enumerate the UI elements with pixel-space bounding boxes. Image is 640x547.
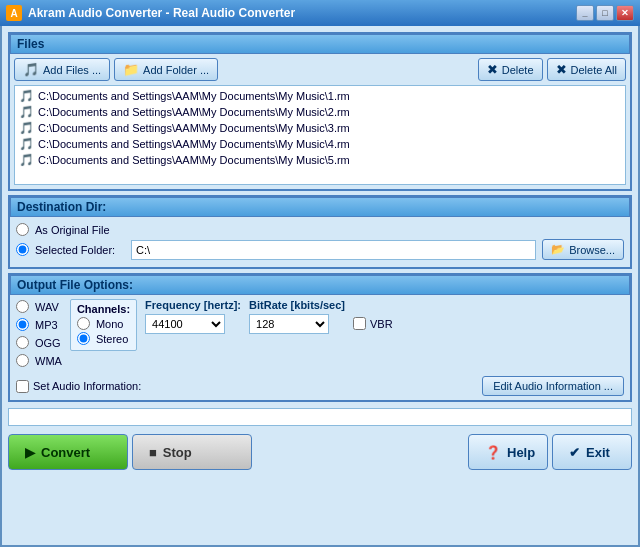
list-item: 🎵C:\Documents and Settings\AAM\My Docume… <box>17 88 623 104</box>
files-section-header: Files <box>10 34 630 54</box>
bottom-bar: ▶ Convert ■ Stop ❓ Help ✔ Exit <box>8 432 632 472</box>
format-mp3-row: MP3 <box>16 318 62 331</box>
file-icon: 🎵 <box>19 105 34 119</box>
stop-label: Stop <box>163 445 192 460</box>
bottom-right-buttons: ❓ Help ✔ Exit <box>468 434 632 470</box>
stop-icon: ■ <box>149 445 157 460</box>
format-mp3-label: MP3 <box>35 319 58 331</box>
format-wav-row: WAV <box>16 300 62 313</box>
bitrate-select[interactable]: 128 64 96 192 256 320 <box>249 314 329 334</box>
format-wma-label: WMA <box>35 355 62 367</box>
format-wav-label: WAV <box>35 301 59 313</box>
selected-folder-label: Selected Folder: <box>35 244 125 256</box>
format-wma-row: WMA <box>16 354 62 367</box>
browse-label: Browse... <box>569 244 615 256</box>
file-path: C:\Documents and Settings\AAM\My Documen… <box>38 122 350 134</box>
vbr-checkbox[interactable] <box>353 317 366 330</box>
title-bar: A Akram Audio Converter - Real Audio Con… <box>0 0 640 26</box>
minimize-button[interactable]: _ <box>576 5 594 21</box>
window-title: Akram Audio Converter - Real Audio Conve… <box>28 6 576 20</box>
file-path: C:\Documents and Settings\AAM\My Documen… <box>38 90 350 102</box>
maximize-button[interactable]: □ <box>596 5 614 21</box>
add-folder-button[interactable]: 📁 Add Folder ... <box>114 58 218 81</box>
bitrate-label: BitRate [kbits/sec] <box>249 299 345 311</box>
add-files-icon: 🎵 <box>23 62 39 77</box>
audio-info-row: Set Audio Information: Edit Audio Inform… <box>10 372 630 400</box>
edit-audio-label: Edit Audio Information ... <box>493 380 613 392</box>
format-wav-radio[interactable] <box>16 300 29 313</box>
options-group: Channels: Mono Stereo Frequency [hertz]:… <box>70 299 624 351</box>
files-toolbar: 🎵 Add Files ... 📁 Add Folder ... ✖ Delet… <box>10 54 630 85</box>
set-audio-info-label: Set Audio Information: <box>16 380 141 393</box>
selected-folder-radio[interactable] <box>16 243 29 256</box>
bottom-left-buttons: ▶ Convert ■ Stop <box>8 434 252 470</box>
help-icon: ❓ <box>485 445 501 460</box>
file-icon: 🎵 <box>19 89 34 103</box>
file-icon: 🎵 <box>19 121 34 135</box>
frequency-box: Frequency [hertz]: 44100 22050 11025 800… <box>145 299 241 334</box>
list-item: 🎵C:\Documents and Settings\AAM\My Docume… <box>17 120 623 136</box>
title-bar-buttons: _ □ ✕ <box>576 5 634 21</box>
format-ogg-radio[interactable] <box>16 336 29 349</box>
as-original-row: As Original File <box>16 223 624 236</box>
close-button[interactable]: ✕ <box>616 5 634 21</box>
mono-row: Mono <box>77 317 130 330</box>
delete-button[interactable]: ✖ Delete <box>478 58 543 81</box>
add-folder-label: Add Folder ... <box>143 64 209 76</box>
add-folder-icon: 📁 <box>123 62 139 77</box>
convert-icon: ▶ <box>25 445 35 460</box>
frequency-label: Frequency [hertz]: <box>145 299 241 311</box>
vbr-label: VBR <box>370 318 393 330</box>
files-section: Files 🎵 Add Files ... 📁 Add Folder ... ✖… <box>8 32 632 191</box>
delete-icon: ✖ <box>487 62 498 77</box>
file-path: C:\Documents and Settings\AAM\My Documen… <box>38 154 350 166</box>
format-ogg-label: OGG <box>35 337 61 349</box>
files-list: 🎵C:\Documents and Settings\AAM\My Docume… <box>14 85 626 185</box>
mono-radio[interactable] <box>77 317 90 330</box>
help-label: Help <box>507 445 535 460</box>
add-files-button[interactable]: 🎵 Add Files ... <box>14 58 110 81</box>
format-ogg-row: OGG <box>16 336 62 349</box>
delete-label: Delete <box>502 64 534 76</box>
output-section: Output File Options: WAV MP3 OGG W <box>8 273 632 402</box>
edit-audio-button[interactable]: Edit Audio Information ... <box>482 376 624 396</box>
add-files-label: Add Files ... <box>43 64 101 76</box>
destination-section: Destination Dir: As Original File Select… <box>8 195 632 269</box>
main-window: Files 🎵 Add Files ... 📁 Add Folder ... ✖… <box>0 26 640 547</box>
exit-button[interactable]: ✔ Exit <box>552 434 632 470</box>
stereo-radio[interactable] <box>77 332 90 345</box>
stereo-label: Stereo <box>96 333 128 345</box>
file-icon: 🎵 <box>19 153 34 167</box>
vbr-row: VBR <box>353 317 393 330</box>
stereo-row: Stereo <box>77 332 130 345</box>
as-original-radio[interactable] <box>16 223 29 236</box>
output-content: WAV MP3 OGG WMA Channels <box>10 295 630 372</box>
output-section-header: Output File Options: <box>10 275 630 295</box>
file-path: C:\Documents and Settings\AAM\My Documen… <box>38 138 350 150</box>
mono-label: Mono <box>96 318 124 330</box>
set-audio-info-checkbox[interactable] <box>16 380 29 393</box>
help-button[interactable]: ❓ Help <box>468 434 548 470</box>
folder-path-input[interactable] <box>131 240 536 260</box>
destination-section-header: Destination Dir: <box>10 197 630 217</box>
format-mp3-radio[interactable] <box>16 318 29 331</box>
frequency-select[interactable]: 44100 22050 11025 8000 <box>145 314 225 334</box>
list-item: 🎵C:\Documents and Settings\AAM\My Docume… <box>17 136 623 152</box>
delete-all-label: Delete All <box>571 64 617 76</box>
destination-content: As Original File Selected Folder: 📂 Brow… <box>10 217 630 267</box>
convert-button[interactable]: ▶ Convert <box>8 434 128 470</box>
delete-all-icon: ✖ <box>556 62 567 77</box>
format-column: WAV MP3 OGG WMA <box>16 299 62 368</box>
list-item: 🎵C:\Documents and Settings\AAM\My Docume… <box>17 104 623 120</box>
exit-label: Exit <box>586 445 610 460</box>
convert-label: Convert <box>41 445 90 460</box>
format-wma-radio[interactable] <box>16 354 29 367</box>
browse-button[interactable]: 📂 Browse... <box>542 239 624 260</box>
stop-button[interactable]: ■ Stop <box>132 434 252 470</box>
delete-all-button[interactable]: ✖ Delete All <box>547 58 626 81</box>
set-audio-info-text: Set Audio Information: <box>33 380 141 392</box>
progress-bar-container <box>8 408 632 426</box>
channels-box: Channels: Mono Stereo <box>70 299 137 351</box>
bitrate-box: BitRate [kbits/sec] 128 64 96 192 256 32… <box>249 299 345 334</box>
as-original-label: As Original File <box>35 224 110 236</box>
